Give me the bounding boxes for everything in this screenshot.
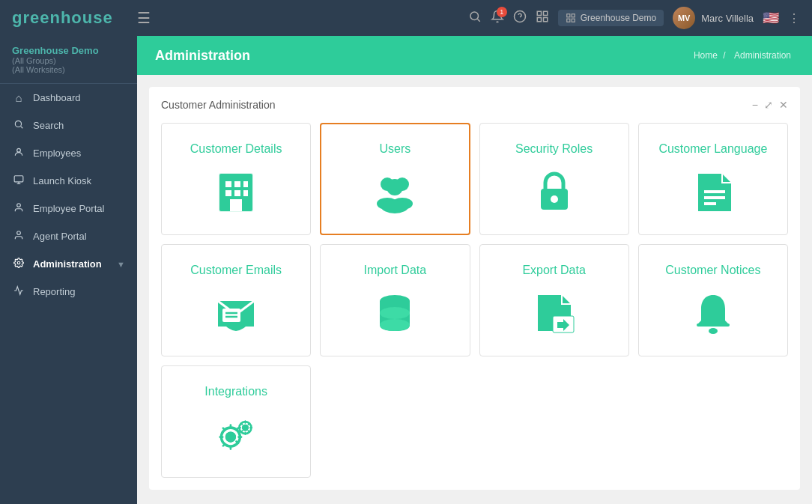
hamburger-menu[interactable]: ☰ — [137, 9, 151, 27]
breadcrumb-home[interactable]: Home — [694, 50, 718, 61]
grid-item-customer-emails[interactable]: Customer Emails — [161, 244, 311, 356]
help-icon[interactable] — [513, 10, 527, 27]
search-sidebar-icon — [12, 119, 25, 132]
breadcrumb: Home / Administration — [694, 50, 794, 61]
card-header: Customer Administration − ⤢ ✕ — [161, 99, 788, 111]
greenhouse-demo-button[interactable]: Greenhouse Demo — [558, 10, 664, 26]
svg-rect-24 — [234, 181, 240, 187]
expand-icon[interactable]: ⤢ — [764, 99, 773, 111]
sidebar-item-label: Dashboard — [33, 92, 81, 103]
sidebar-item-search[interactable]: Search — [0, 112, 137, 139]
svg-rect-27 — [234, 190, 240, 196]
card-actions: − ⤢ ✕ — [752, 99, 788, 111]
search-icon[interactable] — [468, 10, 482, 27]
notifications-icon[interactable]: 1 — [491, 10, 504, 27]
svg-point-35 — [381, 200, 408, 213]
svg-rect-28 — [243, 190, 248, 196]
grid-item-customer-details[interactable]: Customer Details — [161, 123, 311, 235]
svg-point-0 — [470, 12, 479, 20]
svg-rect-8 — [567, 14, 570, 17]
lock-icon — [530, 168, 578, 216]
sidebar-item-administration[interactable]: Administration ▼ — [0, 250, 137, 278]
header-right: 1 Greenhouse Demo MV Marc Villella 🇺🇸 ⋮ — [468, 7, 800, 29]
grid-item-import-data[interactable]: Import Data — [320, 244, 470, 356]
svg-point-19 — [17, 231, 21, 235]
breadcrumb-sep: / — [723, 50, 725, 61]
grid-item-title: Import Data — [364, 264, 427, 277]
svg-rect-49 — [697, 324, 730, 327]
svg-rect-4 — [537, 11, 541, 15]
administration-icon — [12, 258, 25, 270]
page-title: Administration — [155, 48, 250, 64]
sidebar: Greenhouse Demo (All Groups) (All Worksi… — [0, 36, 137, 504]
svg-rect-26 — [225, 190, 231, 196]
grid-item-customer-language[interactable]: Customer Language — [638, 123, 788, 235]
employees-icon — [12, 147, 25, 160]
grid-item-title: Security Roles — [515, 142, 593, 156]
grid-item-integrations[interactable]: Integrations — [161, 365, 311, 478]
close-icon[interactable]: ✕ — [779, 99, 788, 111]
sidebar-item-agent-portal[interactable]: Agent Portal — [0, 222, 137, 250]
employee-portal-icon — [12, 202, 25, 215]
user-section: MV Marc Villella — [673, 7, 754, 29]
svg-rect-6 — [537, 17, 541, 21]
notification-badge: 1 — [497, 7, 507, 17]
svg-rect-5 — [543, 11, 547, 15]
svg-point-20 — [17, 261, 20, 264]
svg-point-53 — [225, 431, 236, 442]
svg-point-32 — [387, 179, 403, 195]
grid-icon[interactable] — [536, 10, 549, 27]
svg-point-37 — [551, 195, 558, 203]
sidebar-item-label: Search — [33, 120, 64, 131]
svg-point-14 — [17, 148, 21, 152]
users-icon — [371, 168, 419, 216]
dashboard-icon: ⌂ — [12, 91, 25, 104]
minimize-icon[interactable]: − — [752, 99, 758, 111]
svg-rect-15 — [14, 176, 23, 182]
grid-item-title: Export Data — [522, 264, 585, 277]
org-group: (All Groups) — [12, 56, 125, 65]
card-title: Customer Administration — [161, 99, 276, 111]
top-header: greenhouse ☰ 1 Gre — [0, 0, 812, 36]
layout: Greenhouse Demo (All Groups) (All Worksi… — [0, 36, 812, 504]
sidebar-item-employees[interactable]: Employees — [0, 139, 137, 167]
page-header: Administration Home / Administration — [137, 36, 812, 75]
svg-rect-29 — [230, 199, 242, 211]
grid-item-title: Customer Emails — [190, 264, 282, 277]
avatar: MV — [673, 7, 695, 29]
grid-item-security-roles[interactable]: Security Roles — [479, 123, 629, 235]
svg-rect-7 — [543, 17, 547, 21]
main-content: Customer Administration − ⤢ ✕ Customer D… — [137, 75, 812, 504]
building-icon — [212, 168, 260, 216]
grid-item-title: Customer Notices — [665, 264, 760, 277]
svg-point-56 — [242, 425, 249, 431]
sidebar-item-launch-kiosk[interactable]: Launch Kiosk — [0, 167, 137, 195]
grid-item-users[interactable]: Users — [320, 123, 470, 235]
grid-item-title: Users — [379, 142, 410, 156]
sidebar-item-dashboard[interactable]: ⌂ Dashboard — [0, 84, 137, 112]
grid-item-customer-notices[interactable]: Customer Notices — [638, 244, 788, 356]
svg-point-18 — [17, 204, 21, 207]
sidebar-item-label: Employee Portal — [33, 203, 104, 214]
grid-item-export-data[interactable]: Export Data — [479, 244, 629, 356]
gear-icon — [212, 410, 260, 458]
sidebar-org: Greenhouse Demo (All Groups) (All Worksi… — [0, 36, 137, 84]
svg-point-45 — [380, 307, 410, 319]
right-section: Administration Home / Administration Cus… — [137, 36, 812, 504]
svg-line-13 — [21, 127, 23, 129]
reporting-icon — [12, 285, 25, 298]
sidebar-item-reporting[interactable]: Reporting — [0, 278, 137, 306]
kiosk-icon — [12, 174, 25, 187]
more-menu-icon[interactable]: ⋮ — [788, 11, 800, 25]
language-flag[interactable]: 🇺🇸 — [763, 10, 779, 26]
sidebar-item-employee-portal[interactable]: Employee Portal — [0, 195, 137, 222]
database-icon — [371, 289, 419, 337]
admin-card: Customer Administration − ⤢ ✕ Customer D… — [149, 87, 800, 490]
svg-rect-11 — [572, 19, 575, 22]
sidebar-item-label: Launch Kiosk — [33, 175, 91, 186]
chevron-down-icon: ▼ — [117, 260, 125, 269]
agent-portal-icon — [12, 230, 25, 243]
grid-item-title: Customer Language — [658, 142, 767, 156]
bell-icon — [689, 289, 737, 337]
svg-line-1 — [477, 19, 479, 21]
